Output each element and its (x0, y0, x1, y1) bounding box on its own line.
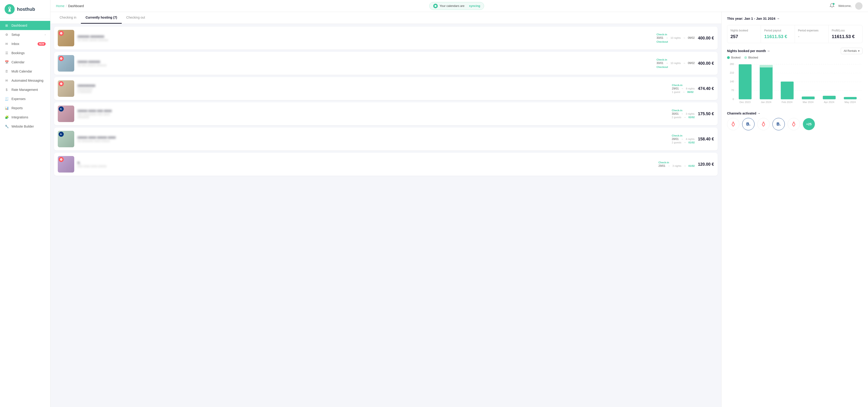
channel-more[interactable]: +25 (803, 118, 815, 130)
sidebar-item-website[interactable]: 🔧 Website Builder (0, 122, 50, 131)
expenses-value: - (798, 34, 825, 39)
airbnb-logo-icon (730, 121, 737, 127)
channel-booking-1: B. (742, 118, 754, 130)
receipt-icon: 🧾 (5, 97, 9, 101)
booking-thumbnail (58, 156, 74, 173)
booking-card[interactable]: XXXXXXXXX XXXXXXXXX X XXXXXXX Check-in 2… (54, 77, 718, 100)
sidebar-item-expenses[interactable]: 🧾 Expenses (0, 94, 50, 104)
airbnb-icon (60, 32, 63, 35)
svg-text:Dec 2023: Dec 2023 (740, 101, 751, 104)
settings-icon: ⚙ (5, 33, 9, 36)
nights-count: 4 nights (686, 138, 695, 140)
sidebar-item-inbox[interactable]: ✉ Inbox NEW (0, 39, 50, 49)
sidebar-item-integrations[interactable]: 🧩 Integrations (0, 113, 50, 122)
sidebar-item-rate[interactable]: $ Rate Management (0, 85, 50, 94)
channel-airbnb-3 (787, 118, 800, 130)
property-extra: X XXXXXXX (78, 91, 669, 93)
checkin-date: 30/01 (656, 61, 663, 65)
checkout-label-row: Checkout (656, 65, 695, 68)
sidebar-item-multicalendar[interactable]: 🗓 Multi Calendar (0, 67, 50, 76)
checkout-label: Checkout (656, 40, 668, 43)
booking-card[interactable]: XXXXXX XXXXXXX XX XXXX XXXXX XXXXXX Chec… (54, 27, 718, 50)
sidebar-item-reports[interactable]: 📊 Reports (0, 104, 50, 113)
booking-thumbnail (58, 55, 74, 71)
airbnb-badge (59, 81, 64, 86)
welcome-label: Welcome, (838, 4, 851, 7)
checkout-label-row: Checkout (656, 40, 695, 43)
booking-list: XXXXXX XXXXXXX XX XXXX XXXXX XXXXXX Chec… (51, 24, 721, 407)
checkin-date: 29/01 (658, 164, 665, 168)
date-detail-row: 29/01 → 3 nights → 01/02 (658, 164, 695, 168)
sidebar: hosthub ⊞ Dashboard ⚙ Setup › ✉ Inbox NE… (0, 0, 51, 407)
guests-count: 2 guests (672, 116, 681, 119)
sidebar-item-calendar[interactable]: 📅 Calendar (0, 58, 50, 67)
booking-dates: Check-in 29/01 → 3 nights → 01/02 (658, 161, 695, 168)
puzzle-icon: 🧩 (5, 115, 9, 119)
arrow-icon3: → (682, 91, 685, 93)
channel-airbnb-2 (757, 118, 770, 130)
breadcrumb-home[interactable]: Home (56, 4, 64, 8)
chart-icon: 📊 (5, 106, 9, 110)
airbnb-icon (60, 57, 63, 60)
date-detail-row: 30/01 → 10 nights → 09/02 (656, 61, 695, 65)
grid-icon: ⊞ (5, 24, 9, 27)
arrow-icon: → (665, 36, 668, 39)
sidebar-item-bookings[interactable]: ☰ Bookings (0, 49, 50, 58)
stat-payout: Period payout 11611.53 € (761, 25, 795, 43)
checkin-date: 30/01 (672, 112, 679, 115)
booking-card[interactable]: XXXXX XXXXXX XX XXX XXXXX XXXXXX Check-i… (54, 52, 718, 75)
nights-count: 10 nights (671, 36, 681, 39)
sidebar-item-dashboard[interactable]: ⊞ Dashboard (0, 21, 50, 30)
payout-label: Period payout (764, 29, 791, 32)
chart-title-text: Nights booked per month → (727, 49, 770, 53)
property-name: XXX XXXXXXXX XXX XXXX (78, 113, 669, 116)
nights-count: 3 nights (673, 165, 681, 167)
stat-nights: Nights booked 257 (727, 25, 761, 43)
sidebar-label-rate: Rate Management (11, 88, 45, 91)
sidebar-label-integrations: Integrations (11, 115, 45, 119)
calendar2-icon: 🗓 (5, 69, 9, 73)
checkin-label: Check-in (672, 134, 682, 137)
channel-booking-2: B. (772, 118, 785, 130)
notification-icon[interactable] (830, 3, 835, 9)
booking-card[interactable]: B. XXXXX XXXX XXX XXXX XXX XXXXXXXX XXX … (54, 102, 718, 125)
legend-booked: Booked (727, 56, 741, 59)
booking-dates: Check-in 29/01 → 8 nights 1 guest → 06/0… (672, 84, 695, 93)
inbox-badge: NEW (38, 42, 45, 46)
stat-expenses: Period expenses - (795, 25, 829, 43)
calendar-icon: 📅 (5, 60, 9, 64)
chart-svg: 280 210 140 70 0 (727, 61, 863, 107)
booking-thumbnail: B. (58, 106, 74, 122)
sidebar-label-expenses: Expenses (11, 97, 45, 101)
guest-name: X. (78, 161, 655, 165)
checkin-row: Check-in (658, 161, 695, 164)
booking-thumbnail (58, 80, 74, 97)
checkin-date: 29/01 (672, 87, 679, 90)
booking-card[interactable]: B. XXXXX XXXX XXXXX XXXX XX XXXXXXX XXXX… (54, 127, 718, 150)
checkout-date-green: 01/02 (688, 165, 695, 167)
booking-card[interactable]: X. XXX XXXX XXXX XXXXX Check-in 29/01 → … (54, 153, 718, 176)
booking-thumbnail: B. (58, 131, 74, 147)
airbnb-logo-icon (790, 121, 797, 127)
logo-text: hosthub (17, 7, 35, 12)
tab-hosting[interactable]: Currently hosting (7) (81, 12, 122, 24)
sidebar-item-messaging[interactable]: ✉ Automated Messaging (0, 76, 50, 85)
booking-info: XXXXX XXXX XXX XXXX XXX XXXXXXXX XXX XXX… (78, 109, 669, 119)
arrow-icon: → (668, 165, 670, 167)
bar-dec-booked (739, 64, 751, 99)
sync-status: Your calendars are syncing (429, 2, 484, 10)
chart-filter-dropdown[interactable]: All Rentals ▾ (841, 48, 863, 54)
tab-checkin[interactable]: Checking in (55, 12, 81, 24)
checkin-label: Check-in (672, 109, 682, 112)
sidebar-nav: ⊞ Dashboard ⚙ Setup › ✉ Inbox NEW ☰ Book… (0, 19, 50, 407)
sidebar-item-setup[interactable]: ⚙ Setup › (0, 30, 50, 39)
bar-feb-booked (781, 82, 794, 99)
booking-dates: Check-in 30/01 → 3 nights 2 guests → 02/… (672, 109, 695, 119)
tab-checkout[interactable]: Checking out (122, 12, 150, 24)
airbnb-icon (60, 82, 63, 85)
payout-value: 11611.53 € (764, 34, 791, 39)
guest-name: XXXXX XXXXXX (78, 60, 653, 63)
checkin-label: Check-in (658, 161, 669, 164)
guest-name: XXXXXX XXXXXXX (78, 35, 653, 38)
booking-price: 158.40 € (698, 137, 714, 142)
